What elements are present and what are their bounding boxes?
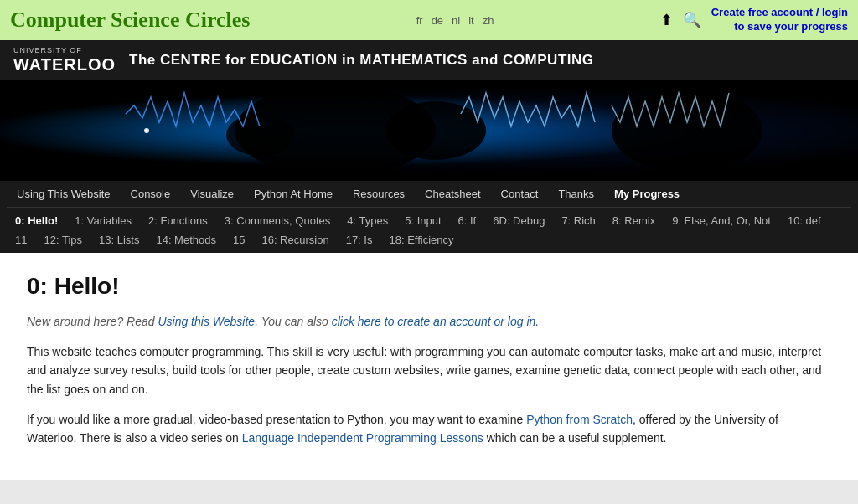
uni-banner: UNIVERSITY OF WATERLOO The CENTRE for ED… (0, 40, 858, 80)
nav-lesson-11[interactable]: 11 (7, 230, 35, 249)
nav-lesson-6d[interactable]: 6D: Debug (484, 211, 553, 230)
top-bar: Computer Science Circles fr de nl lt zh … (0, 0, 858, 40)
waterloo-name: WATERLOO (13, 55, 116, 74)
uni-tagline: The CENTRE for EDUCATION in MATHEMATICS … (129, 52, 593, 69)
svg-point-1 (385, 101, 486, 160)
body-paragraph-2: If you would like a more gradual, video-… (27, 410, 831, 448)
nav-bar: Using This Website Console Visualize Pyt… (0, 181, 858, 253)
create-account-inline-link[interactable]: click here to create an account or log i… (332, 315, 539, 328)
upload-button[interactable]: ⬆ (660, 11, 673, 29)
nav-lesson-16[interactable]: 16: Recursion (253, 230, 337, 249)
site-title: Computer Science Circles (10, 8, 250, 33)
para2-end: which can be a useful supplement. (483, 431, 667, 445)
nav-lesson-0[interactable]: 0: Hello! (7, 211, 66, 230)
nav-lesson-13[interactable]: 13: Lists (90, 230, 147, 249)
nav-lesson-12[interactable]: 12: Tips (35, 230, 90, 249)
nav-lesson-17[interactable]: 17: Is (338, 230, 381, 249)
nav-lesson-8[interactable]: 8: Remix (604, 211, 664, 230)
top-right: ⬆ 🔍 Create free account / loginto save y… (660, 6, 848, 34)
nav-lesson-10[interactable]: 10: def (779, 211, 830, 230)
nav-lesson-18[interactable]: 18: Efficiency (380, 230, 462, 249)
main-content: 0: Hello! New around here? Read Using th… (0, 253, 858, 480)
nav-cheatsheet[interactable]: Cheatsheet (415, 181, 491, 207)
language-independent-link[interactable]: Language Independent Programming Lessons (242, 431, 483, 445)
lang-fr[interactable]: fr (416, 14, 423, 27)
nav-contact[interactable]: Contact (491, 181, 549, 207)
svg-point-2 (226, 114, 293, 156)
intro-text-middle: . You can also (255, 315, 332, 328)
nav-lesson-14[interactable]: 14: Methods (147, 230, 225, 249)
search-button[interactable]: 🔍 (683, 11, 701, 29)
hero-image (0, 80, 858, 181)
svg-point-5 (146, 129, 148, 131)
nav-lesson-7[interactable]: 7: Rich (553, 211, 603, 230)
create-account-link[interactable]: Create free account / loginto save your … (711, 6, 848, 34)
nav-using-this-website[interactable]: Using This Website (7, 181, 121, 207)
nav-lesson-9[interactable]: 9: Else, And, Or, Not (664, 211, 779, 230)
nav-lesson-6[interactable]: 6: If (450, 211, 485, 230)
waterloo-logo: UNIVERSITY OF WATERLOO (13, 47, 116, 74)
lang-nl[interactable]: nl (452, 14, 460, 27)
nav-lesson-15[interactable]: 15 (225, 230, 253, 249)
nav-lesson-5[interactable]: 5: Input (396, 211, 449, 230)
language-nav: fr de nl lt zh (416, 14, 494, 27)
nav-thanks[interactable]: Thanks (548, 181, 604, 207)
nav-lesson-4[interactable]: 4: Types (339, 211, 396, 230)
lang-zh[interactable]: zh (483, 14, 494, 27)
svg-point-3 (612, 89, 762, 172)
nav-lesson-2[interactable]: 2: Functions (140, 211, 216, 230)
nav-lesson-1[interactable]: 1: Variables (66, 211, 140, 230)
lang-de[interactable]: de (432, 14, 443, 27)
intro-text-start: New around here? Read (27, 315, 158, 328)
lang-lt[interactable]: lt (468, 14, 474, 27)
using-this-website-link[interactable]: Using this Website (158, 315, 255, 328)
nav-python-at-home[interactable]: Python At Home (244, 181, 343, 207)
nav-sub: 0: Hello! 1: Variables 2: Functions 3: C… (7, 208, 851, 253)
python-from-scratch-link[interactable]: Python from Scratch (526, 413, 633, 426)
nav-my-progress[interactable]: My Progress (604, 181, 690, 207)
nav-lesson-3[interactable]: 3: Comments, Quotes (216, 211, 339, 230)
waterloo-university-label: UNIVERSITY OF (13, 47, 116, 55)
body-paragraph-1: This website teaches computer programmin… (27, 342, 831, 399)
nav-visualize[interactable]: Visualize (180, 181, 244, 207)
intro-paragraph: New around here? Read Using this Website… (27, 313, 831, 331)
nav-resources[interactable]: Resources (343, 181, 415, 207)
nav-main: Using This Website Console Visualize Pyt… (7, 181, 851, 208)
page-heading: 0: Hello! (27, 273, 831, 300)
nav-console[interactable]: Console (121, 181, 181, 207)
fractal-svg (0, 80, 858, 181)
para2-start: If you would like a more gradual, video-… (27, 413, 526, 426)
